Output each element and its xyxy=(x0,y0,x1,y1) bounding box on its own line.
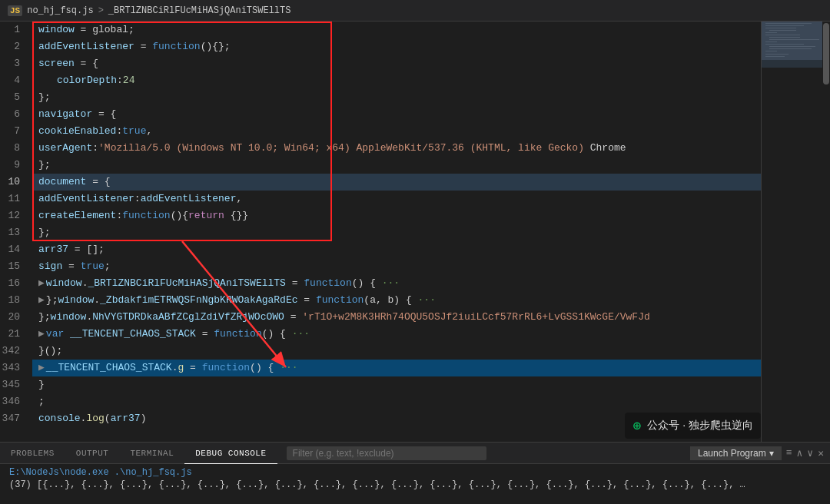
close-icon[interactable]: ✕ xyxy=(818,447,824,459)
panel-content: E:\NodeJs\node.exe .\no_hj_fsq.js (37) [… xyxy=(0,464,830,493)
code-line-11: addEventListener:addEventListener, xyxy=(32,191,761,207)
dropdown-icon: ▾ xyxy=(769,448,774,459)
chevron-down-icon[interactable]: ∨ xyxy=(807,447,813,459)
watermark: ⊕ 公众号 · 独步爬虫逆向 xyxy=(625,413,761,439)
list-icon[interactable]: ≡ xyxy=(786,447,792,459)
line-numbers: 1 2 3 4 5 6 7 8 9 10 11 12 13 14 15 16 1… xyxy=(0,22,32,442)
code-line-16: ▶window._BRTlZNBCiRlFUcMiHASjQAniTSWEllT… xyxy=(32,275,761,292)
minimap xyxy=(761,22,822,442)
panel-tabs: PROBLEMS OUTPUT TERMINAL DEBUG CONSOLE L… xyxy=(0,443,830,464)
code-line-15: sign = true; xyxy=(32,258,761,275)
minimap-svg xyxy=(762,22,822,442)
tab-debug-console[interactable]: DEBUG CONSOLE xyxy=(184,443,277,464)
code-line-1: window = global; xyxy=(32,22,761,38)
code-line-7: cookieEnabled:true, xyxy=(32,123,761,140)
code-lines: window = global; addEventListener = func… xyxy=(32,22,761,427)
output-line-1: E:\NodeJs\node.exe .\no_hj_fsq.js xyxy=(9,467,821,478)
watermark-text: 公众号 · 独步爬虫逆向 xyxy=(647,419,753,433)
code-line-5: }; xyxy=(32,89,761,106)
launch-program-button[interactable]: Launch Program ▾ xyxy=(690,446,782,460)
js-badge: JS xyxy=(8,5,22,16)
wechat-icon: ⊕ xyxy=(632,417,641,434)
code-line-13: }; xyxy=(32,224,761,241)
bottom-panel: PROBLEMS OUTPUT TERMINAL DEBUG CONSOLE L… xyxy=(0,442,830,504)
filter-input[interactable] xyxy=(287,446,486,460)
panel-filter xyxy=(277,446,690,460)
chevron-up-icon[interactable]: ∧ xyxy=(797,447,803,459)
code-line-12: createElement:function(){return {}} xyxy=(32,207,761,224)
scrollbar[interactable] xyxy=(822,22,830,442)
code-line-18: ▶};window._ZbdakfimETRWQSFnNgbKRWOakAgaR… xyxy=(32,292,761,309)
code-line-2: addEventListener = function(){}; xyxy=(32,38,761,55)
code-line-346: ; xyxy=(32,393,761,410)
tab-output[interactable]: OUTPUT xyxy=(65,443,120,464)
code-content: window = global; addEventListener = func… xyxy=(32,22,761,442)
tab-problems[interactable]: PROBLEMS xyxy=(0,443,65,464)
code-line-14: arr37 = []; xyxy=(32,241,761,258)
breadcrumb-bar: JS no_hj_fsq.js > _BRTlZNBCiRlFUcMiHASjQ… xyxy=(0,0,830,22)
file1-label[interactable]: no_hj_fsq.js xyxy=(27,5,93,16)
code-line-6: navigator = { xyxy=(32,106,761,123)
tab-terminal[interactable]: TERMINAL xyxy=(119,443,184,464)
code-line-343: ▶__TENCENT_CHAOS_STACK.g = function() { … xyxy=(32,360,761,376)
code-line-9: }; xyxy=(32,157,761,174)
file2-label[interactable]: _BRTlZNBCiRlFUcMiHASjQAniTSWEllTS xyxy=(108,5,291,16)
code-line-342: }(); xyxy=(32,343,761,360)
code-line-21: ▶var __TENCENT_CHAOS_STACK = function() … xyxy=(32,326,761,343)
code-line-4: colorDepth:24 xyxy=(32,72,761,89)
code-line-3: screen = { xyxy=(32,55,761,72)
output-line-2: (37) [{...}, {...}, {...}, {...}, {...},… xyxy=(9,479,747,490)
panel-launch: Launch Program ▾ ≡ ∧ ∨ ✕ xyxy=(690,446,830,460)
code-line-345: } xyxy=(32,376,761,393)
breadcrumb-sep: > xyxy=(98,5,104,16)
code-line-8: userAgent:'Mozilla/5.0 (Windows NT 10.0;… xyxy=(32,140,761,157)
code-line-10: document = { xyxy=(32,174,761,191)
code-line-20: };window.NhVYGTDRDkaABfZCglZdiVfZRjWOcOW… xyxy=(32,309,761,326)
launch-label: Launch Program xyxy=(698,448,766,459)
